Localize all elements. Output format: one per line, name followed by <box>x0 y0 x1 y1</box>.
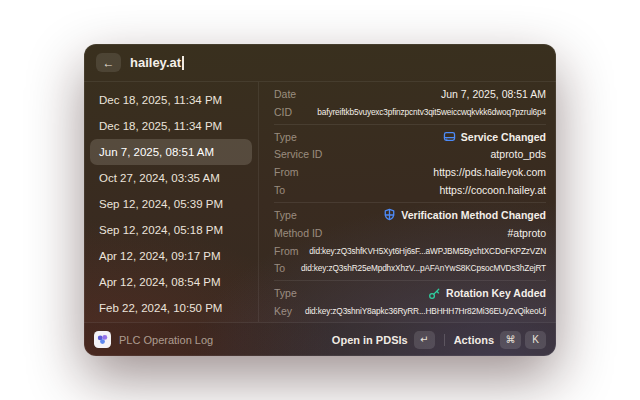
detail-value: https://cocoon.hailey.at <box>293 184 546 196</box>
detail-value: Verification Method Changed <box>305 208 546 221</box>
detail-panel: Date Jun 7, 2025, 08:51 AM CID bafyreift… <box>259 82 556 322</box>
server-icon <box>443 130 456 143</box>
detail-label: From <box>274 166 299 178</box>
plc-app-icon <box>94 331 111 348</box>
detail-row: Key did:key:zQ3shniY8apkc36RyRR...HBHHH7… <box>274 302 546 320</box>
actions-shortcut: ⌘ K <box>500 331 546 349</box>
list-item-label: Dec 18, 2025, 11:34 PM <box>99 120 222 132</box>
section-divider <box>274 124 546 125</box>
cmd-key-badge[interactable]: ⌘ <box>500 331 521 349</box>
app-name-label: PLC Operation Log <box>119 334 213 346</box>
detail-label: Type <box>274 131 297 143</box>
search-header: ← hailey.at <box>84 44 556 82</box>
detail-value: atproto_pds <box>330 148 546 160</box>
shield-icon <box>383 208 396 221</box>
detail-row: CID bafyreiftkb5vuyexc3pfinzpcntv3qit5we… <box>274 103 546 121</box>
detail-row: Type Verification Method Changed <box>274 206 546 224</box>
search-input-value: hailey.at <box>130 55 181 70</box>
detail-label: From <box>274 245 299 257</box>
detail-value: bafyreiftkb5vuyexc3pfinzpcntv3qit5weiccw… <box>300 107 546 117</box>
footer-bar: PLC Operation Log Open in PDSls ↵ Action… <box>84 322 556 356</box>
list-item-label: Sep 12, 2024, 05:18 PM <box>99 224 223 236</box>
date-list: Dec 18, 2025, 11:34 PM Dec 18, 2025, 11:… <box>84 82 258 322</box>
list-item[interactable]: Apr 12, 2024, 09:17 PM <box>90 243 252 269</box>
return-key-badge[interactable]: ↵ <box>414 331 435 349</box>
detail-value: #atproto <box>330 227 546 239</box>
detail-label: Type <box>274 287 297 299</box>
list-item[interactable]: Jun 7, 2025, 08:51 AM <box>90 139 252 165</box>
detail-row: From did:key:zQ3shfKVH5Xyt6Hj6sF...aWPJB… <box>274 242 546 260</box>
detail-value: did:key:zQ3shR25eMpdhxXhzV...pAFAnYwS8KC… <box>293 263 546 273</box>
list-item-label: Jun 7, 2025, 08:51 AM <box>99 146 214 158</box>
text-caret <box>182 56 184 70</box>
plc-logo-icon <box>96 333 109 346</box>
detail-row: Type Service Changed <box>274 128 546 146</box>
detail-row: Method ID #atproto <box>274 224 546 242</box>
detail-label: CID <box>274 106 292 118</box>
detail-value-text: Rotation Key Added <box>446 287 546 299</box>
list-item[interactable]: Feb 22, 2024, 10:50 PM <box>90 295 252 321</box>
detail-value-text: Verification Method Changed <box>401 209 546 221</box>
detail-label: Date <box>274 88 296 100</box>
detail-value: did:key:zQ3shniY8apkc36RyRR...HBHHH7Hr82… <box>300 306 546 316</box>
back-button[interactable]: ← <box>96 53 121 72</box>
list-item-label: Apr 12, 2024, 08:54 PM <box>99 276 220 288</box>
detail-value: did:key:zQ3shfKVH5Xyt6Hj6sF...aWPJBM5Byc… <box>307 246 547 256</box>
detail-label: Service ID <box>274 148 322 160</box>
list-item-label: Oct 27, 2024, 03:35 AM <box>99 172 220 184</box>
detail-label: To <box>274 184 285 196</box>
list-item[interactable]: Apr 12, 2024, 08:54 PM <box>90 269 252 295</box>
arrow-left-icon: ← <box>103 56 115 70</box>
list-item[interactable]: Sep 12, 2024, 05:18 PM <box>90 217 252 243</box>
detail-value: Service Changed <box>305 130 546 143</box>
detail-label: Type <box>274 209 297 221</box>
detail-value: https://pds.haileyok.com <box>307 166 547 178</box>
list-item[interactable]: Sep 12, 2024, 05:39 PM <box>90 191 252 217</box>
footer-divider <box>444 334 445 346</box>
list-item[interactable]: Dec 18, 2025, 11:34 PM <box>90 113 252 139</box>
k-key-badge[interactable]: K <box>525 331 546 349</box>
list-item-label: Feb 22, 2024, 10:50 PM <box>99 302 222 314</box>
detail-row: Type Rotation Key Added <box>274 284 546 302</box>
detail-value: Jun 7, 2025, 08:51 AM <box>304 88 546 100</box>
actions-button[interactable]: Actions <box>454 334 494 346</box>
list-item-label: Sep 12, 2024, 05:39 PM <box>99 198 223 210</box>
list-item-label: Dec 18, 2025, 11:34 PM <box>99 94 222 106</box>
list-item-label: Apr 12, 2024, 09:17 PM <box>99 250 220 262</box>
detail-row: To https://cocoon.hailey.at <box>274 181 546 199</box>
list-item[interactable]: Oct 27, 2024, 03:35 AM <box>90 165 252 191</box>
detail-value: Rotation Key Added <box>305 287 546 300</box>
detail-label: Method ID <box>274 227 322 239</box>
detail-row: Service ID atproto_pds <box>274 145 546 163</box>
section-divider <box>274 202 546 203</box>
search-input[interactable]: hailey.at <box>130 55 184 70</box>
detail-row: Date Jun 7, 2025, 08:51 AM <box>274 85 546 103</box>
list-item[interactable]: Dec 18, 2025, 11:34 PM <box>90 87 252 113</box>
detail-row: To did:key:zQ3shR25eMpdhxXhzV...pAFAnYwS… <box>274 259 546 277</box>
window-body: Dec 18, 2025, 11:34 PM Dec 18, 2025, 11:… <box>84 82 556 322</box>
open-in-pdsls-button[interactable]: Open in PDSls <box>332 334 408 346</box>
detail-row: From https://pds.haileyok.com <box>274 163 546 181</box>
detail-label: To <box>274 262 285 274</box>
detail-value-text: Service Changed <box>461 131 546 143</box>
desktop-background: { "window": { "search": { "value": "hail… <box>0 0 640 400</box>
key-icon <box>428 287 441 300</box>
detail-label: Key <box>274 305 292 317</box>
section-divider <box>274 280 546 281</box>
plc-operation-log-window: ← hailey.at Dec 18, 2025, 11:34 PM Dec 1… <box>84 44 556 356</box>
